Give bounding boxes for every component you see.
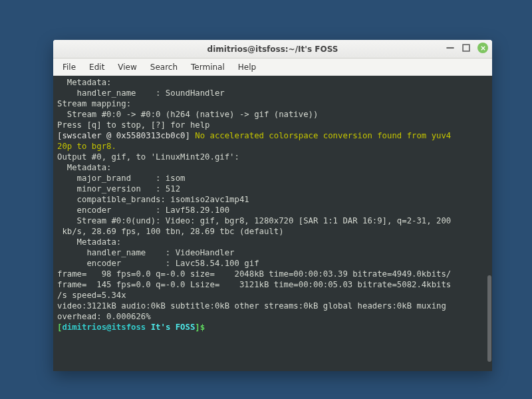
output-line: Stream #0:0 -> #0:0 (h264 (native) -> gi… xyxy=(57,110,318,119)
window-title: dimitrios@itsfoss:~/It's FOSS xyxy=(207,45,338,54)
output-line: handler_name : SoundHandler xyxy=(57,88,225,98)
window-buttons xyxy=(446,43,488,53)
terminal-viewport[interactable]: Metadata: handler_name : SoundHandler St… xyxy=(53,76,492,371)
menu-view[interactable]: View xyxy=(112,61,142,74)
output-line: frame= 98 fps=0.0 q=-0.0 size= 2048kB ti… xyxy=(57,269,451,279)
output-line: encoder : Lavc58.54.100 gif xyxy=(57,259,259,268)
menubar: File Edit View Search Terminal Help xyxy=(53,59,492,76)
menu-edit[interactable]: Edit xyxy=(84,61,110,74)
output-line: major_brand : isom xyxy=(57,174,186,183)
menu-terminal[interactable]: Terminal xyxy=(186,61,230,74)
output-line: Stream mapping: xyxy=(57,99,131,108)
output-line: Metadata: xyxy=(57,237,121,247)
minimize-button[interactable] xyxy=(446,43,455,53)
output-line: minor_version : 512 xyxy=(57,184,180,194)
titlebar[interactable]: dimitrios@itsfoss:~/It's FOSS xyxy=(53,40,492,59)
output-line: Metadata: xyxy=(57,163,111,172)
menu-help[interactable]: Help xyxy=(233,61,261,74)
scrollbar-thumb[interactable] xyxy=(487,275,491,362)
maximize-button[interactable] xyxy=(462,43,471,53)
prompt-cwd: It's FOSS xyxy=(146,323,195,332)
output-tag: [swscaler @ 0x5580313cb0c0] xyxy=(57,131,190,140)
svg-rect-1 xyxy=(463,45,469,51)
terminal-window: dimitrios@itsfoss:~/It's FOSS File Edit … xyxy=(53,40,492,371)
prompt-bracket-close: ]$ xyxy=(195,323,205,332)
scrollbar[interactable] xyxy=(486,76,491,371)
output-warn: No accelerated colorspace conversion fou… xyxy=(190,131,451,140)
output-line: handler_name : VideoHandler xyxy=(57,248,235,257)
output-line: frame= 145 fps=0.0 q=-0.0 Lsize= 3121kB … xyxy=(57,280,451,289)
menu-file[interactable]: File xyxy=(57,61,81,74)
output-line: video:3121kB audio:0kB subtitle:0kB othe… xyxy=(57,301,451,311)
output-line: Metadata: xyxy=(57,78,111,87)
output-line: Output #0, gif, to 'LinuxMint20.gif': xyxy=(57,152,239,162)
prompt-user-host: dimitrios@itsfoss xyxy=(62,323,146,332)
output-line: /s speed=5.34x xyxy=(57,291,126,300)
close-button[interactable] xyxy=(477,43,488,53)
output-line: compatible_brands: isomiso2avc1mp41 xyxy=(57,195,249,204)
output-line: kb/s, 28.69 fps, 100 tbn, 28.69 tbc (def… xyxy=(57,227,284,236)
output-line: Press [q] to stop, [?] for help xyxy=(57,120,210,130)
output-warn: 20p to bgr8. xyxy=(57,142,116,151)
output-line: Stream #0:0(und): Video: gif, bgr8, 1280… xyxy=(57,216,451,225)
menu-search[interactable]: Search xyxy=(145,61,183,74)
cursor xyxy=(205,323,209,332)
output-line: encoder : Lavf58.29.100 xyxy=(57,205,229,215)
output-line: overhead: 0.000626% xyxy=(57,312,151,321)
